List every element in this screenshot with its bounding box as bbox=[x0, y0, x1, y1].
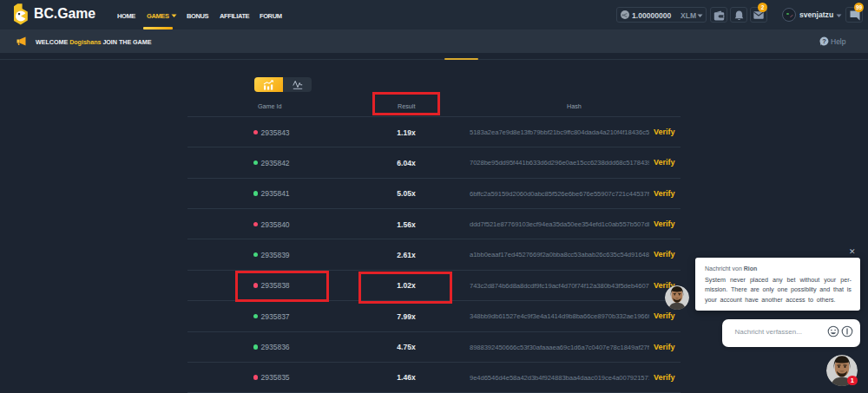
svg-text:?: ? bbox=[822, 37, 826, 45]
